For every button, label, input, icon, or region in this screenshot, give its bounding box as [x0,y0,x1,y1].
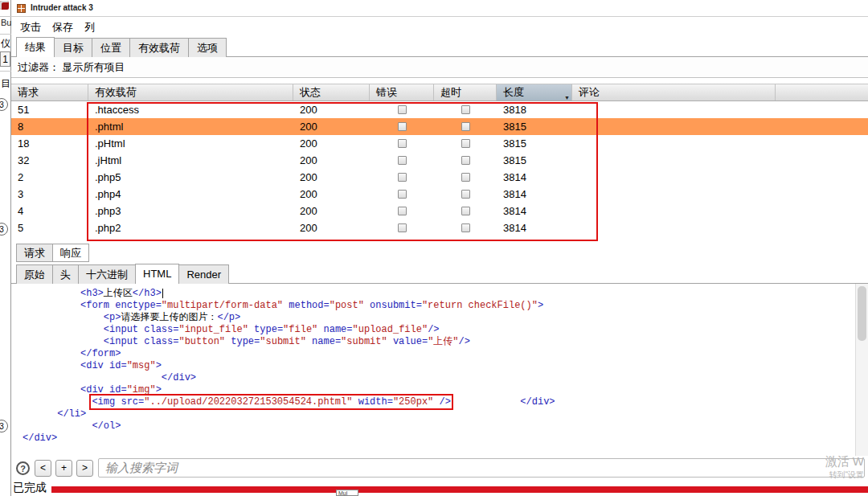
background-circle-badge: 3 [0,223,8,236]
code-line: <input class="button" type="submit" name… [23,336,855,348]
cell-payload: .php5 [88,169,293,186]
cell-status: 200 [293,101,370,118]
column-header-status[interactable]: 状态 [293,84,370,100]
cell-status: 200 [293,219,370,236]
taskbar-tooltip-fragment: Mul [336,490,358,496]
cell-timeout [434,169,497,186]
text-caret [162,289,163,298]
background-circle-badge: 3 [0,98,8,111]
tab-target[interactable]: 目标 [54,38,92,57]
tab-positions[interactable]: 位置 [92,38,130,57]
code-line: <img src="../upload/202203272153054524.p… [23,396,855,408]
table-row[interactable]: 4.php32003814 [11,203,868,219]
pane-tab-request[interactable]: 请求 [16,244,53,262]
background-tab-fragment-2: 目 [1,77,10,91]
help-icon[interactable]: ? [16,461,30,475]
cell-payload: .jHtml [88,152,293,169]
view-tab-headers[interactable]: 头 [52,264,79,284]
timeout-checkbox [461,105,470,114]
sort-indicator: ▼ [564,90,570,100]
cell-length: 3814 [497,186,572,203]
cell-length: 3815 [497,135,572,152]
timeout-checkbox [461,156,470,165]
table-row[interactable]: 18.pHtml2003815 [11,135,868,152]
cell-payload: .php4 [88,186,293,203]
cell-error [370,219,434,236]
cell-request: 4 [11,203,88,219]
search-buttons: <+> [35,460,93,477]
view-tab-hex[interactable]: 十六进制 [78,264,136,284]
pane-tabs: 请求响应 [11,244,868,262]
timeout-checkbox [461,190,470,199]
menu-item-attack[interactable]: 攻击 [14,17,47,38]
cell-error [370,186,434,203]
cell-length: 3814 [497,169,572,186]
view-tab-html[interactable]: HTML [135,264,179,284]
error-checkbox [398,139,407,148]
cell-request: 51 [11,101,88,118]
timeout-checkbox [461,207,470,215]
search-add-button[interactable]: + [55,460,72,477]
cell-request: 5 [11,219,88,236]
cell-timeout [434,118,497,135]
search-input[interactable] [98,458,865,478]
cell-payload: .php2 [88,219,293,236]
filter-bar[interactable]: 过滤器： 显示所有项目 [11,57,868,78]
column-header-payload[interactable]: 有效载荷 [88,84,293,100]
cell-error [370,101,434,118]
search-bar: ? <+> [11,457,868,479]
column-header-request[interactable]: 请求 [11,84,88,100]
column-header-length[interactable]: 长度▼ [497,84,572,100]
table-row[interactable]: 32.jHtml2003815 [11,152,868,169]
tab-results[interactable]: 结果 [16,37,55,57]
pane-tab-response[interactable]: 响应 [52,244,89,262]
burp-taskbar-icon[interactable] [0,1,9,10]
table-row[interactable]: 3.php42003814 [11,186,868,203]
response-code[interactable]: <h3>上传区</h3> <form enctype="multipart/fo… [11,284,855,456]
cell-timeout [434,203,497,219]
cell-timeout [434,152,497,169]
search-next-button[interactable]: > [76,460,93,477]
cell-status: 200 [293,152,370,169]
background-circle-badge: 3 [0,420,8,432]
cell-comment [572,135,776,152]
tab-options[interactable]: 选项 [188,38,227,57]
table-row[interactable]: 51.htaccess2003818 [11,101,868,118]
cell-error [370,203,434,219]
error-checkbox [398,190,407,199]
cell-error [370,135,434,152]
cell-timeout [434,101,497,118]
scrollbar-thumb[interactable] [858,286,866,341]
code-line: <div id="msg"> [23,360,855,372]
code-line: </li> [23,408,855,420]
table-row[interactable]: 2.php52003814 [11,169,868,186]
cell-request: 18 [11,135,88,152]
filter-text: 过滤器： 显示所有项目 [18,61,125,73]
cell-error [370,118,434,135]
view-tab-raw[interactable]: 原始 [16,264,53,284]
cell-comment [572,169,776,186]
search-prev-button[interactable]: < [35,460,51,477]
tab-payloads[interactable]: 有效载荷 [129,38,189,57]
cell-length: 3814 [497,203,572,219]
menu-item-columns[interactable]: 列 [79,17,100,38]
cell-comment [572,118,776,135]
cell-timeout [434,186,497,203]
code-scrollbar[interactable] [855,284,868,456]
cell-request: 32 [11,152,88,169]
cell-status: 200 [293,169,370,186]
intruder-window-icon [17,4,26,13]
column-header-timeout[interactable]: 超时 [434,84,497,100]
timeout-checkbox [461,173,470,182]
column-header-comment[interactable]: 评论 [572,84,776,100]
cell-timeout [434,219,497,236]
view-tab-render[interactable]: Render [178,264,229,284]
code-line: <input class="input_file" type="file" na… [23,324,855,336]
menu-item-save[interactable]: 保存 [47,17,79,38]
column-header-error[interactable]: 错误 [370,84,434,100]
cell-payload: .pHtml [88,135,293,152]
table-row[interactable]: 8.phtml2003815 [11,118,868,135]
cell-payload: .php3 [88,203,293,219]
table-row[interactable]: 5.php22003814 [11,219,868,236]
code-line: </form> [23,348,855,360]
